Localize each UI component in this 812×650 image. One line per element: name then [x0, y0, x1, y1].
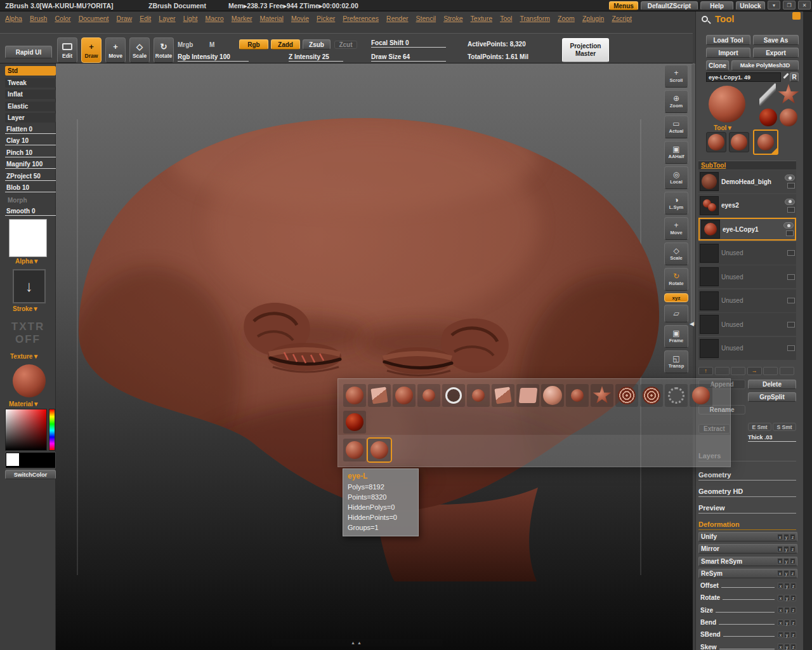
- tool-thumb-sphere-small[interactable]: [566, 384, 589, 407]
- axis-toggle-y[interactable]: y: [784, 607, 790, 613]
- tool-thumb-sphere-dark[interactable]: [343, 411, 366, 434]
- tool-thumb-ring[interactable]: [442, 384, 465, 407]
- tool-thumb-sphere-small[interactable]: [417, 384, 440, 407]
- brush-inflat[interactable]: Inflat: [5, 90, 56, 99]
- menu-item-material[interactable]: Material: [260, 15, 284, 22]
- tool-thumb-sphere[interactable]: [343, 439, 366, 461]
- axis-toggle-x[interactable]: x: [777, 546, 783, 552]
- deform-rotate[interactable]: Rotatexyz: [698, 593, 797, 602]
- tool-thumb-sphere-small[interactable]: [467, 384, 490, 407]
- axis-toggle-z[interactable]: z: [790, 546, 796, 552]
- subtool-duplicate-button[interactable]: →: [747, 367, 762, 375]
- axis-toggle-z[interactable]: z: [790, 583, 796, 589]
- menu-item-tool[interactable]: Tool: [500, 15, 512, 22]
- document-canvas[interactable]: ▲▲: [56, 63, 693, 650]
- axis-toggle-x[interactable]: x: [778, 644, 783, 650]
- deform-sbend[interactable]: SBendxyz: [698, 630, 797, 639]
- axis-toggle-z[interactable]: z: [790, 534, 796, 540]
- tool-thumb-spiral[interactable]: [615, 384, 638, 407]
- move-button[interactable]: Move: [105, 37, 126, 63]
- tool-thumb-plane[interactable]: [516, 384, 539, 407]
- brush-smooth[interactable]: Smooth 0: [5, 207, 56, 216]
- axis-toggle-z[interactable]: z: [790, 620, 796, 626]
- rgb-button[interactable]: Rgb: [239, 39, 268, 50]
- axis-toggle-z[interactable]: z: [790, 632, 796, 638]
- menu-item-zoom[interactable]: Zoom: [558, 15, 575, 22]
- section-geometry[interactable]: Geometry: [698, 471, 796, 481]
- brush-zproject[interactable]: ZProject 50: [5, 172, 56, 181]
- brush-magnify[interactable]: Magnify 100: [5, 160, 56, 169]
- alpha-thumbnail[interactable]: [9, 219, 47, 257]
- m-button[interactable]: M: [209, 41, 214, 48]
- axis-toggle-x[interactable]: x: [778, 632, 783, 638]
- brush-blob[interactable]: Blob 10: [5, 183, 56, 192]
- menu-item-preferences[interactable]: Preferences: [343, 15, 379, 22]
- subtool-mini-box[interactable]: [787, 322, 795, 328]
- menu-item-marker[interactable]: Marker: [232, 15, 252, 22]
- axis-toggle-y[interactable]: y: [783, 570, 789, 576]
- tool-thumb-sphere[interactable]: [393, 384, 416, 407]
- subtool-up-button[interactable]: ↑: [698, 367, 713, 375]
- make-polymesh3d-button[interactable]: Make PolyMesh3D: [731, 60, 799, 70]
- subtool-mini-box[interactable]: [787, 298, 795, 303]
- axis-toggle-y[interactable]: y: [783, 558, 789, 564]
- brush-layer[interactable]: Layer: [5, 113, 56, 123]
- deform-bend[interactable]: Bendxyz: [698, 618, 797, 627]
- tool-thumb-sphere[interactable]: [690, 384, 712, 407]
- material-thumbnail[interactable]: [13, 364, 46, 397]
- shelf-xyz-button[interactable]: xyz: [664, 293, 688, 302]
- axis-toggle-y[interactable]: y: [784, 620, 790, 626]
- tool-thumb-gear[interactable]: [665, 384, 688, 407]
- subtool-section-header[interactable]: SubTool: [698, 161, 796, 169]
- switch-color-button[interactable]: SwitchColor: [5, 470, 56, 479]
- shelf-scale-button[interactable]: ◇Scale: [664, 242, 688, 265]
- focal-shift-slider[interactable]: Focal Shift 0: [371, 39, 446, 48]
- tool-name-field[interactable]: eye-LCopy1. 49: [706, 72, 781, 82]
- tool-thumb-cube[interactable]: [368, 384, 391, 407]
- menu-item-stroke[interactable]: Stroke: [443, 15, 462, 22]
- edit-button[interactable]: Edit: [57, 37, 77, 63]
- subtool-mini-box[interactable]: [787, 250, 795, 256]
- menu-item-alpha[interactable]: Alpha: [5, 15, 22, 22]
- brush-tool-thumbnail[interactable]: [759, 83, 776, 106]
- export-button[interactable]: Export: [753, 48, 799, 58]
- brush-std[interactable]: Std: [5, 66, 56, 76]
- window-button-2[interactable]: ❐: [783, 1, 796, 10]
- subtool-item[interactable]: Unused: [698, 265, 796, 288]
- active-tool-thumbnail[interactable]: [709, 86, 745, 123]
- axis-toggle-x[interactable]: x: [777, 558, 783, 564]
- thick-slider[interactable]: Thick .03: [748, 434, 796, 442]
- tool-thumb-sphere[interactable]: [343, 384, 366, 407]
- menu-item-brush[interactable]: Brush: [30, 15, 47, 22]
- section-geometry-hd[interactable]: Geometry HD: [698, 488, 796, 497]
- menu-item-light[interactable]: Light: [183, 15, 198, 22]
- subtool-mini-box[interactable]: [786, 230, 794, 236]
- axis-toggle-y[interactable]: y: [784, 644, 790, 650]
- panel-divider-arrow[interactable]: ◀: [690, 321, 694, 327]
- window-button-1[interactable]: ▾: [768, 1, 780, 10]
- menu-item-color[interactable]: Color: [55, 15, 70, 22]
- menu-item-movie[interactable]: Movie: [291, 15, 309, 22]
- axis-toggle-x[interactable]: x: [778, 607, 783, 613]
- menu-item-layer[interactable]: Layer: [159, 15, 175, 22]
- alpha-selector[interactable]: Alpha▼: [15, 258, 39, 265]
- brush-clay[interactable]: Clay 10: [5, 136, 56, 145]
- axis-toggle-z[interactable]: z: [790, 558, 796, 564]
- axis-toggle-y[interactable]: y: [784, 583, 790, 589]
- default-zscript-button[interactable]: DefaultZScript: [641, 1, 698, 10]
- menu-item-zscript[interactable]: Zscript: [612, 15, 632, 22]
- color-picker-hue-bar[interactable]: [49, 409, 55, 451]
- palette-dock-button[interactable]: [792, 12, 801, 20]
- primary-color-swatch[interactable]: [6, 453, 19, 466]
- subtool-item[interactable]: DemoHead_bigh: [698, 170, 796, 193]
- tool-thumb-sphere-light[interactable]: [541, 384, 564, 407]
- menu-item-texture[interactable]: Texture: [471, 15, 492, 22]
- recent-tool-selected[interactable]: [753, 129, 778, 155]
- shelf-icon-button[interactable]: ▱: [664, 305, 688, 322]
- shelf-frame-button[interactable]: ▣Frame: [664, 325, 688, 348]
- section-preview[interactable]: Preview: [698, 504, 796, 514]
- zcut-button[interactable]: Zcut: [334, 41, 357, 49]
- menu-item-document[interactable]: Document: [79, 15, 109, 22]
- shelf-scroll-button[interactable]: +Scroll: [664, 65, 688, 88]
- subtool-item[interactable]: Unused: [698, 313, 796, 336]
